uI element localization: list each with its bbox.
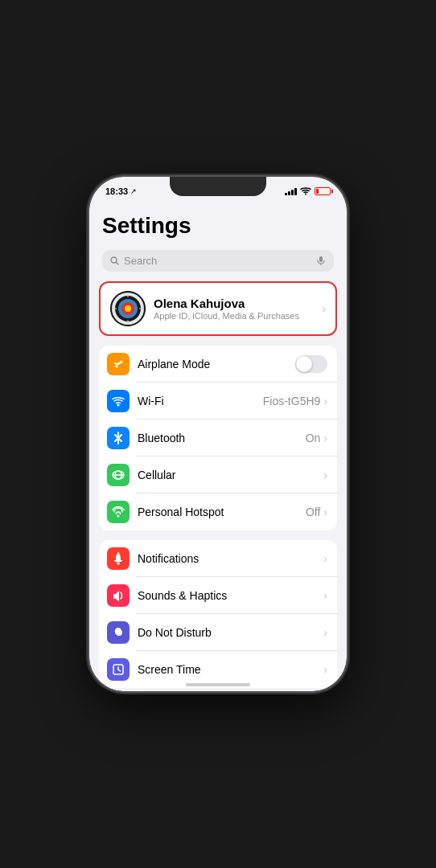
- status-time: 18:33: [105, 186, 128, 196]
- wifi-chevron: ›: [323, 395, 327, 407]
- screen-time-row[interactable]: Screen Time ›: [99, 651, 337, 688]
- bluetooth-row[interactable]: Bluetooth On ›: [99, 420, 337, 457]
- battery-icon: [315, 187, 331, 195]
- phone-frame: 18:33 ↗: [89, 177, 347, 691]
- svg-line-24: [118, 669, 121, 671]
- hotspot-icon: [107, 501, 130, 523]
- connectivity-group: Airplane Mode: [89, 346, 347, 530]
- hotspot-row[interactable]: Personal Hotspot Off ›: [99, 493, 337, 530]
- sounds-row[interactable]: Sounds & Haptics ›: [99, 577, 337, 614]
- dnd-icon: [107, 621, 130, 644]
- toggle-knob: [296, 356, 312, 372]
- hotspot-label: Personal Hotspot: [138, 506, 306, 518]
- notifications-group: Notifications › Sounds & Haptics ›: [89, 540, 347, 688]
- wifi-label: Wi-Fi: [138, 395, 263, 407]
- notifications-row[interactable]: Notifications ›: [99, 540, 337, 577]
- profile-chevron: ›: [322, 302, 326, 315]
- airplane-mode-icon: [107, 353, 130, 375]
- search-placeholder: Search: [124, 255, 311, 267]
- wifi-value: Fios-tG5H9: [263, 395, 321, 407]
- svg-point-21: [117, 552, 119, 554]
- notch: [170, 177, 266, 196]
- svg-point-18: [117, 514, 120, 517]
- hotspot-value: Off: [306, 506, 320, 518]
- phone-screen: 18:33 ↗: [89, 177, 347, 691]
- dnd-chevron: ›: [323, 626, 327, 639]
- sounds-chevron: ›: [323, 589, 327, 602]
- notifications-list: Notifications › Sounds & Haptics ›: [99, 540, 337, 688]
- dnd-label: Do Not Disturb: [138, 626, 323, 639]
- screen-content[interactable]: Settings Search: [89, 201, 347, 691]
- hotspot-chevron: ›: [323, 506, 327, 518]
- airplane-mode-toggle[interactable]: [295, 355, 327, 373]
- airplane-mode-label: Airplane Mode: [138, 358, 295, 371]
- connectivity-list: Airplane Mode: [99, 346, 337, 530]
- avatar: [110, 291, 146, 326]
- dnd-row[interactable]: Do Not Disturb ›: [99, 614, 337, 651]
- notifications-chevron: ›: [323, 552, 327, 565]
- airplane-mode-row[interactable]: Airplane Mode: [99, 346, 337, 383]
- svg-point-9: [125, 305, 131, 312]
- settings-header: Settings: [89, 201, 347, 245]
- home-indicator[interactable]: [186, 683, 250, 686]
- svg-rect-19: [115, 561, 121, 562]
- bluetooth-value: On: [306, 432, 321, 444]
- bluetooth-label: Bluetooth: [138, 432, 306, 444]
- wifi-icon-row: [107, 390, 130, 412]
- screen-time-icon: [107, 658, 130, 681]
- wifi-row[interactable]: Wi-Fi Fios-tG5H9 ›: [99, 383, 337, 420]
- search-icon: [110, 256, 119, 265]
- navigation-icon: ↗: [130, 187, 137, 195]
- signal-bars: [285, 187, 297, 195]
- search-bar[interactable]: Search: [102, 250, 334, 272]
- svg-line-1: [117, 262, 119, 264]
- cellular-label: Cellular: [138, 469, 323, 481]
- bluetooth-icon: [107, 427, 130, 449]
- notifications-icon: [107, 547, 130, 570]
- cellular-icon: [107, 464, 130, 486]
- wifi-icon: [300, 187, 311, 195]
- sounds-label: Sounds & Haptics: [138, 589, 323, 602]
- svg-point-14: [117, 403, 120, 406]
- cellular-chevron: ›: [323, 469, 327, 481]
- signal-bar-4: [294, 188, 297, 195]
- svg-rect-2: [319, 256, 323, 262]
- signal-bar-1: [285, 193, 287, 195]
- bluetooth-chevron: ›: [323, 432, 327, 444]
- sounds-icon: [107, 584, 130, 607]
- screen-time-label: Screen Time: [138, 663, 323, 676]
- page-title: Settings: [102, 214, 334, 239]
- svg-point-0: [111, 257, 117, 263]
- cellular-row[interactable]: Cellular ›: [99, 457, 337, 493]
- mic-icon: [316, 256, 326, 265]
- battery-fill: [316, 189, 319, 194]
- svg-point-20: [117, 562, 120, 564]
- profile-row[interactable]: Olena Kahujova Apple ID, iCloud, Media &…: [99, 281, 337, 336]
- profile-info: Olena Kahujova Apple ID, iCloud, Media &…: [154, 297, 322, 321]
- notifications-label: Notifications: [138, 552, 323, 565]
- signal-bar-3: [291, 190, 294, 195]
- profile-name: Olena Kahujova: [154, 297, 322, 310]
- signal-bar-2: [288, 191, 290, 195]
- screen-time-chevron: ›: [323, 663, 327, 676]
- profile-subtitle: Apple ID, iCloud, Media & Purchases: [154, 311, 322, 321]
- status-icons: [285, 187, 331, 195]
